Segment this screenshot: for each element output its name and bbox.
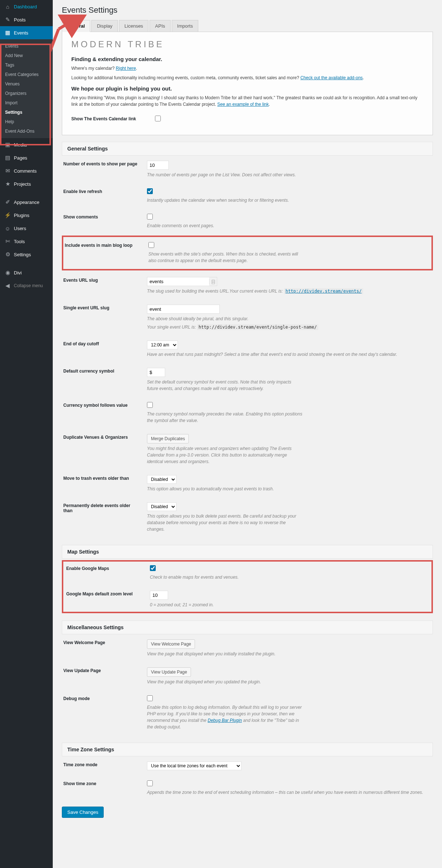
- debug-desc: Enable this option to log debug informat…: [147, 704, 303, 730]
- sidebar-sub-item[interactable]: Venues: [0, 79, 53, 89]
- url-slug-input[interactable]: [147, 277, 209, 286]
- debug-checkbox[interactable]: [147, 695, 153, 701]
- welcome-desc: View the page that displayed when you in…: [147, 651, 429, 657]
- sidebar-sub-item[interactable]: Tags: [0, 60, 53, 70]
- single-slug-desc1: The above should ideally be plural, and …: [147, 316, 303, 322]
- admin-sidebar: ⌂Dashboard ✎Posts ▦Events EventsAdd NewT…: [0, 0, 53, 868]
- label: Appearance: [14, 200, 39, 205]
- currency-input[interactable]: [147, 368, 165, 377]
- currency-label: Default currency symbol: [63, 368, 147, 374]
- duplicates-desc: You might find duplicate venues and orga…: [147, 445, 303, 465]
- gmaps-label: Enable Google Maps: [66, 565, 150, 571]
- intro-heading-2: We hope our plugin is helping you out.: [71, 85, 423, 92]
- example-link[interactable]: See an example of the link: [217, 102, 268, 107]
- debug-bar-link[interactable]: Debug Bar Plugin: [208, 718, 242, 723]
- save-changes-button[interactable]: Save Changes: [62, 807, 104, 818]
- sidebar-item-collapse[interactable]: ◀Collapse menu: [0, 279, 53, 292]
- sidebar-item-tools[interactable]: ✄Tools: [0, 235, 53, 248]
- sidebar-sub-item[interactable]: Event Add-Ons: [0, 126, 53, 136]
- trash-select[interactable]: Disabled: [147, 475, 176, 484]
- comments-icon: ✉: [4, 168, 11, 174]
- label: Settings: [14, 252, 31, 257]
- label: Dashboard: [14, 4, 37, 9]
- show-comments-checkbox[interactable]: [147, 214, 153, 220]
- label: Comments: [14, 168, 37, 174]
- sidebar-sub-item[interactable]: Settings: [0, 108, 53, 117]
- tab-display[interactable]: Display: [91, 20, 118, 32]
- dashboard-icon: ⌂: [4, 3, 11, 10]
- include-loop-row-highlighted: Include events in main blog loop Show ev…: [62, 236, 433, 270]
- sidebar-item-settings[interactable]: ⚙Settings: [0, 248, 53, 261]
- sidebar-item-media[interactable]: ▣Media: [0, 138, 53, 151]
- where-text: Where's my calendar? Right here.: [71, 65, 423, 72]
- update-button[interactable]: View Update Page: [147, 667, 191, 677]
- sidebar-item-divi[interactable]: ◉Divi: [0, 266, 53, 279]
- tab-apis[interactable]: APIs: [150, 20, 170, 32]
- brand-logo: MODERN TRIBE: [71, 39, 423, 49]
- duplicates-label: Duplicate Venues & Organizers: [63, 434, 147, 440]
- sidebar-sub-item[interactable]: Events: [0, 41, 53, 51]
- divi-icon: ◉: [4, 269, 11, 276]
- sidebar-item-dashboard[interactable]: ⌂Dashboard: [0, 0, 53, 13]
- num-events-input[interactable]: [147, 161, 169, 170]
- settings-icon: ⚙: [4, 251, 11, 258]
- sidebar-sub-item[interactable]: Organizers: [0, 89, 53, 98]
- single-slug-input[interactable]: [147, 305, 220, 314]
- perm-delete-label: Permanently delete events older than: [63, 502, 147, 513]
- label: Users: [14, 226, 26, 231]
- sidebar-sub-item[interactable]: Import: [0, 98, 53, 108]
- permalink-icon: ⌸: [209, 279, 217, 285]
- right-here-link[interactable]: Right here: [116, 66, 136, 71]
- include-loop-label: Include events in main blog loop: [65, 242, 148, 248]
- gmaps-checkbox[interactable]: [150, 565, 156, 571]
- page-title: Events Settings: [62, 5, 433, 15]
- addons-link[interactable]: Check out the available add-ons: [300, 75, 363, 80]
- sidebar-item-appearance[interactable]: ✐Appearance: [0, 196, 53, 209]
- section-map: Map Settings: [62, 545, 433, 559]
- url-slug-label: Events URL slug: [63, 277, 147, 283]
- welcome-button[interactable]: View Welcome Page: [147, 639, 195, 649]
- sidebar-sub-item[interactable]: Help: [0, 117, 53, 126]
- tab-general[interactable]: General: [62, 20, 90, 32]
- label: Posts: [14, 17, 26, 23]
- sidebar-submenu-events: EventsAdd NewTagsEvent CategoriesVenuesO…: [0, 39, 53, 138]
- sidebar-sub-item[interactable]: Event Categories: [0, 70, 53, 79]
- sidebar-item-users[interactable]: ☺Users: [0, 222, 53, 235]
- sidebar-sub-item[interactable]: Add New: [0, 51, 53, 60]
- gmaps-zoom-input[interactable]: [150, 591, 168, 600]
- users-icon: ☺: [4, 225, 11, 232]
- live-refresh-checkbox[interactable]: [147, 188, 153, 194]
- merge-duplicates-button[interactable]: Merge Duplicates: [147, 434, 189, 443]
- cutoff-select[interactable]: 12:00 am: [147, 341, 178, 349]
- show-tz-label: Show time zone: [63, 780, 147, 786]
- perm-delete-select[interactable]: Disabled: [147, 502, 176, 511]
- section-general: General Settings: [62, 142, 433, 156]
- sidebar-item-comments[interactable]: ✉Comments: [0, 164, 53, 177]
- tools-icon: ✄: [4, 238, 11, 245]
- gmaps-zoom-desc: 0 = zoomed out; 21 = zoomed in.: [150, 602, 306, 608]
- currency-follow-checkbox[interactable]: [147, 402, 153, 408]
- calendar-icon: ▦: [4, 29, 11, 36]
- tz-mode-select[interactable]: Use the local time zones for each event: [147, 761, 242, 770]
- pages-icon: ▤: [4, 154, 11, 161]
- sidebar-item-pages[interactable]: ▤Pages: [0, 151, 53, 164]
- sidebar-item-events[interactable]: ▦Events: [0, 26, 53, 39]
- num-events-desc: The number of events per page on the Lis…: [147, 172, 303, 178]
- section-misc: Miscellaneous Settings: [62, 620, 433, 634]
- cutoff-label: End of day cutoff: [63, 341, 147, 346]
- events-url-link[interactable]: http://dividev.stream/events/: [284, 288, 363, 294]
- sidebar-item-plugins[interactable]: ⚡Plugins: [0, 209, 53, 222]
- tab-imports[interactable]: Imports: [172, 20, 198, 32]
- include-loop-checkbox[interactable]: [148, 242, 154, 248]
- tab-licenses[interactable]: Licenses: [119, 20, 148, 32]
- show-link-checkbox[interactable]: [155, 116, 161, 121]
- currency-follow-label: Currency symbol follows value: [63, 402, 147, 408]
- settings-tabs: GeneralDisplayLicensesAPIsImports: [62, 20, 433, 32]
- sidebar-item-projects[interactable]: ★Projects: [0, 177, 53, 190]
- show-tz-desc: Appends the time zone to the end of even…: [147, 789, 429, 796]
- welcome-label: View Welcome Page: [63, 639, 147, 645]
- sidebar-item-posts[interactable]: ✎Posts: [0, 13, 53, 26]
- star-icon: ★: [4, 181, 11, 187]
- show-tz-checkbox[interactable]: [147, 780, 153, 786]
- show-link-label: Show The Events Calendar link: [71, 116, 155, 121]
